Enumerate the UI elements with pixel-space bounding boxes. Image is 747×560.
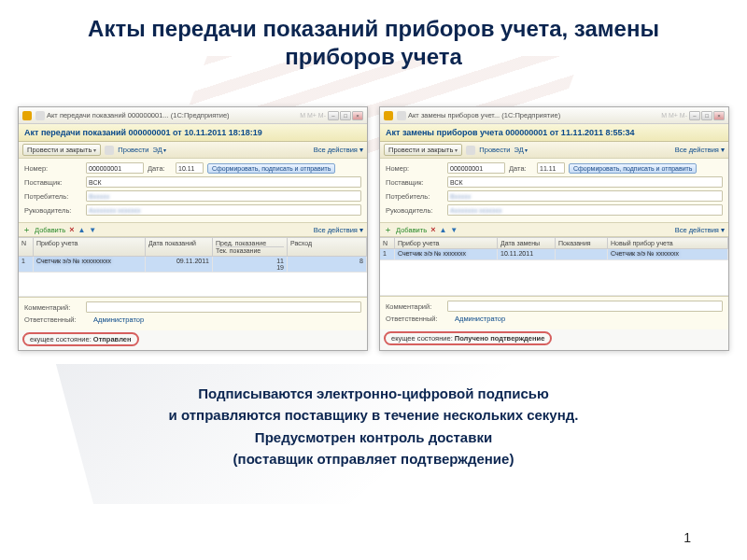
label-consumer: Потребитель:: [386, 192, 444, 201]
table-row[interactable]: [19, 273, 367, 297]
ed-menu[interactable]: ЭД▾: [514, 146, 528, 154]
replacement-table: N Прибор учета Дата замены Показания Нов…: [380, 237, 728, 296]
label-responsible: Ответственный:: [386, 315, 451, 323]
table-row[interactable]: [380, 260, 728, 296]
window-replacement: Акт замены приборов учет... (1C:Предприя…: [379, 106, 729, 351]
cell-usage: 8: [288, 257, 367, 272]
ed-menu[interactable]: ЭД▾: [153, 146, 166, 154]
delete-row-button[interactable]: ×: [69, 225, 74, 234]
star-icon[interactable]: [397, 111, 406, 120]
supplier-field[interactable]: ВСК: [447, 176, 723, 188]
conduct-and-close-button[interactable]: Провести и закрыть▾: [384, 144, 462, 156]
close-button[interactable]: ×: [713, 111, 725, 120]
date-field[interactable]: 10.11: [176, 162, 204, 174]
col-usage[interactable]: Расход: [288, 238, 367, 256]
status-label: екущее состояние:: [30, 335, 92, 343]
label-comment: Комментарий:: [24, 303, 82, 312]
app-icon: [22, 111, 32, 120]
consumer-field[interactable]: Вxxxxx: [86, 190, 361, 202]
cell-date: 09.11.2011: [146, 257, 213, 272]
table-row[interactable]: 1 Счетчик э/э № xxxxxxxxx 09.11.2011 11 …: [19, 257, 367, 273]
minimize-button[interactable]: –: [328, 111, 339, 120]
label-responsible: Ответственный:: [24, 315, 90, 324]
table-row[interactable]: 1 Счетчик э/э № xxxxxxx 10.11.2011 Счетч…: [380, 249, 728, 260]
manager-field[interactable]: Аxxxxxxx xxxxxxx: [86, 204, 361, 216]
star-icon[interactable]: [35, 111, 45, 120]
label-supplier: Поставщик:: [386, 178, 444, 187]
conduct-and-close-button[interactable]: Провести и закрыть▾: [22, 144, 101, 156]
conduct-button[interactable]: Провести: [118, 146, 148, 154]
maximize-button[interactable]: □: [701, 111, 712, 120]
label-date: Дата:: [148, 164, 172, 173]
col-device[interactable]: Прибор учета: [34, 238, 146, 256]
minimize-button[interactable]: –: [689, 111, 700, 120]
move-down-icon[interactable]: ▼: [450, 226, 458, 234]
comment-field[interactable]: [447, 301, 723, 312]
col-n[interactable]: N: [19, 238, 34, 256]
col-read-date[interactable]: Дата показаний: [146, 238, 213, 256]
move-up-icon[interactable]: ▲: [78, 226, 85, 234]
save-icon[interactable]: [466, 146, 475, 155]
col-n[interactable]: N: [380, 238, 395, 248]
grid-all-actions-menu[interactable]: Все действия ▾: [314, 226, 363, 234]
all-actions-menu[interactable]: Все действия ▾: [314, 146, 363, 154]
col-replace-date[interactable]: Дата замены: [498, 238, 556, 248]
conduct-button[interactable]: Провести: [479, 146, 510, 154]
col-cur-reading[interactable]: Тек. показание: [216, 246, 284, 254]
add-row-icon[interactable]: ＋: [22, 224, 31, 236]
add-row-button[interactable]: Добавить: [35, 226, 65, 234]
move-down-icon[interactable]: ▼: [89, 226, 96, 234]
number-field[interactable]: 000000001: [86, 162, 144, 174]
readings-table: N Прибор учета Дата показаний Пред. пока…: [19, 237, 367, 297]
label-number: Номер:: [386, 164, 444, 173]
form-sign-send-button[interactable]: Сформировать, подписать и отправить: [207, 163, 335, 174]
cell-new-device: Счетчик э/э № xxxxxxx: [608, 249, 728, 259]
grid-toolbar: ＋ Добавить × ▲ ▼ Все действия ▾: [380, 222, 728, 237]
label-consumer: Потребитель:: [24, 192, 82, 201]
toolbar-letters: M M+ M-: [300, 112, 326, 119]
form-sign-send-button[interactable]: Сформировать, подписать и отправить: [569, 163, 697, 174]
status-value: Получено подтверждение: [455, 334, 545, 343]
cell-prev: 11: [216, 258, 284, 264]
responsible-link[interactable]: Администратор: [455, 315, 505, 323]
delete-row-button[interactable]: ×: [430, 225, 435, 234]
titlebar: Акт замены приборов учет... (1C:Предприя…: [380, 107, 728, 124]
command-bar: Провести и закрыть▾ Провести ЭД▾ Все дей…: [380, 142, 728, 159]
cell-device: Счетчик э/э № xxxxxxxxx: [34, 257, 146, 272]
col-new-device[interactable]: Новый прибор учета: [608, 238, 728, 248]
date-field[interactable]: 11.11: [537, 162, 565, 174]
move-up-icon[interactable]: ▲: [439, 226, 446, 234]
document-header: Акт передачи показаний 000000001 от 10.1…: [19, 124, 367, 142]
status-value: Отправлен: [93, 335, 132, 343]
col-prev-reading[interactable]: Пред. показание: [216, 240, 284, 246]
consumer-field[interactable]: Вxxxxx: [447, 190, 723, 202]
window-readings: Акт передачи показаний 000000001... (1C:…: [18, 106, 368, 351]
cell-n: 1: [19, 257, 34, 272]
label-number: Номер:: [24, 164, 82, 173]
responsible-link[interactable]: Администратор: [93, 315, 144, 324]
slide-caption: Подписываются электронно-цифровой подпис…: [0, 351, 747, 469]
command-bar: Провести и закрыть▾ Провести ЭД▾ Все дей…: [19, 142, 367, 159]
comment-field[interactable]: [86, 301, 361, 313]
status-highlight: екущее состояние: Отправлен: [22, 332, 139, 346]
cell-device: Счетчик э/э № xxxxxxx: [395, 249, 498, 259]
status-label: екущее состояние:: [391, 334, 453, 343]
maximize-button[interactable]: □: [340, 111, 351, 120]
cell-reading: [556, 249, 608, 259]
col-device[interactable]: Прибор учета: [395, 238, 498, 248]
titlebar: Акт передачи показаний 000000001... (1C:…: [19, 107, 367, 124]
add-row-button[interactable]: Добавить: [396, 226, 427, 234]
label-supplier: Поставщик:: [24, 178, 82, 187]
save-icon[interactable]: [105, 146, 114, 155]
label-comment: Комментарий:: [386, 302, 444, 311]
col-reading[interactable]: Показания: [556, 238, 608, 248]
close-button[interactable]: ×: [352, 111, 363, 120]
page-number: 1: [684, 530, 691, 545]
number-field[interactable]: 000000001: [447, 162, 505, 174]
manager-field[interactable]: Аxxxxxxx xxxxxxx: [447, 204, 723, 216]
supplier-field[interactable]: ВСК: [86, 176, 361, 188]
toolbar-letters: M M+ M-: [661, 112, 687, 119]
add-row-icon[interactable]: ＋: [384, 224, 392, 236]
grid-all-actions-menu[interactable]: Все действия ▾: [675, 226, 725, 234]
all-actions-menu[interactable]: Все действия ▾: [675, 146, 725, 154]
